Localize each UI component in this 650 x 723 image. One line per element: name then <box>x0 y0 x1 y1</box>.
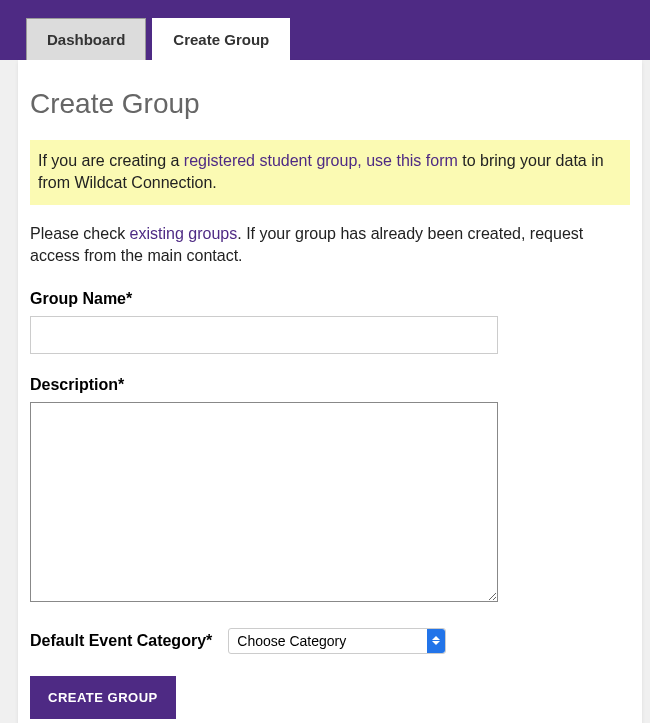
tab-create-group[interactable]: Create Group <box>152 18 290 60</box>
notice-box: If you are creating a registered student… <box>30 140 630 205</box>
group-name-input[interactable] <box>30 316 498 354</box>
info-prefix: Please check <box>30 225 130 242</box>
category-label: Default Event Category* <box>30 632 212 650</box>
page-title: Create Group <box>30 88 630 120</box>
form-row-group-name: Group Name* <box>30 290 630 354</box>
info-text: Please check existing groups. If your gr… <box>30 223 630 268</box>
notice-prefix: If you are creating a <box>38 152 184 169</box>
notice-link[interactable]: registered student group, use this form <box>184 152 458 169</box>
group-name-label: Group Name* <box>30 290 630 308</box>
info-link[interactable]: existing groups <box>130 225 238 242</box>
main-container: Create Group If you are creating a regis… <box>18 60 642 723</box>
header-bar: Dashboard Create Group <box>0 0 650 60</box>
form-row-category: Default Event Category* Choose Category <box>30 628 630 654</box>
category-select[interactable]: Choose Category <box>228 628 446 654</box>
form-row-description: Description* <box>30 376 630 606</box>
description-textarea[interactable] <box>30 402 498 602</box>
tab-dashboard[interactable]: Dashboard <box>26 18 146 60</box>
create-group-button[interactable]: CREATE GROUP <box>30 676 176 719</box>
description-label: Description* <box>30 376 630 394</box>
category-select-wrap: Choose Category <box>228 628 446 654</box>
